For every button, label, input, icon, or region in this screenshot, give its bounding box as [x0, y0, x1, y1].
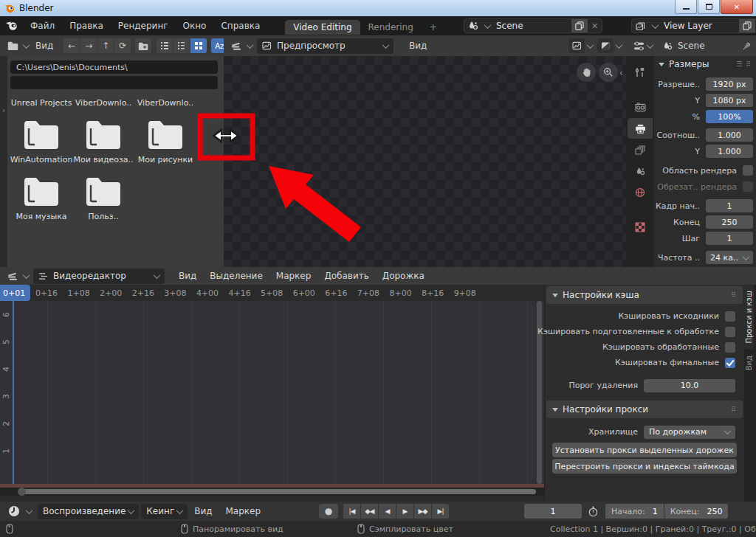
dimensions-panel-header[interactable]: Размеры ☰ ⠿ [654, 56, 756, 72]
maximize-button[interactable] [698, 0, 720, 14]
display-thumbnails-icon[interactable] [190, 38, 207, 53]
current-frame-badge[interactable]: 0+01 [0, 285, 30, 301]
toggle-region-arrow[interactable]: › [0, 56, 7, 267]
display-horizontal-list-icon[interactable] [173, 38, 190, 53]
cache-checkbox[interactable] [725, 327, 735, 337]
nav-button[interactable]: ↑ [97, 38, 114, 53]
tab-output[interactable] [628, 118, 653, 139]
cache-checkbox[interactable] [725, 358, 735, 368]
editor-type-timeline-icon[interactable] [4, 504, 24, 519]
tab-view-layer[interactable] [628, 139, 653, 160]
playback-menu[interactable]: Воспроизведение [38, 504, 139, 519]
display-channels-color-icon[interactable] [568, 38, 585, 53]
editor-type-folder-icon[interactable] [4, 38, 21, 53]
workspace-tab[interactable]: Video Editing [285, 20, 360, 35]
nav-button[interactable]: ← [63, 38, 80, 53]
transport-button[interactable]: |◀ [343, 504, 360, 519]
current-frame-field[interactable]: 1 [524, 504, 582, 519]
create-folder-icon[interactable] [135, 38, 151, 53]
duplicate-scene-icon[interactable] [571, 19, 588, 32]
aspect-y-field[interactable]: 1.000 [706, 145, 753, 158]
menu-item[interactable]: Окно [176, 21, 214, 31]
proxy-action-button[interactable]: Установить прокси выделенных дорожек [552, 443, 737, 457]
menu-item[interactable]: Маркер [269, 271, 318, 281]
unlink-scene-icon[interactable]: ✕ [588, 21, 602, 31]
folder-item[interactable]: WinAutomation [10, 118, 72, 164]
record-button[interactable]: ● [319, 504, 338, 519]
blender-menu-icon[interactable] [6, 21, 18, 31]
keying-menu[interactable]: Кеинг [141, 504, 188, 519]
fps-dropdown[interactable]: 24 ка.. [706, 251, 753, 264]
folder-item[interactable]: Польз.. [72, 175, 134, 221]
menu-item[interactable]: Файл [23, 21, 62, 31]
folder-item-label[interactable]: ViberDownlo.. [72, 98, 134, 108]
tab-world[interactable] [628, 182, 653, 203]
proxy-storage-dropdown[interactable]: По дорожкам [644, 426, 735, 439]
preview-mode-dropdown[interactable]: Предпросмотр [257, 38, 394, 54]
tab-tool[interactable] [628, 62, 653, 83]
editor-type-sequencer-icon[interactable] [228, 38, 244, 53]
scene-selector[interactable]: Scene ✕ [464, 18, 602, 33]
auto-keyframe-stopwatch-icon[interactable] [588, 506, 599, 517]
overlay-toggle-icon[interactable] [597, 38, 614, 53]
nav-button[interactable]: ⟳ [114, 38, 131, 53]
transport-button[interactable]: ◆◀ [361, 504, 378, 519]
tab-scene[interactable] [628, 161, 653, 181]
playhead[interactable] [13, 301, 14, 484]
file-name-input[interactable] [10, 76, 218, 89]
nav-button[interactable]: → [80, 38, 97, 53]
menu-item[interactable]: Выделение [203, 271, 269, 281]
menu-item[interactable]: Вид [188, 506, 219, 516]
horizontal-scrollbar[interactable] [0, 488, 544, 496]
view-layer-selector[interactable]: View Layer ✕ [631, 18, 756, 33]
duplicate-view-layer-icon[interactable] [739, 19, 755, 32]
transport-button[interactable]: ▶| [432, 504, 449, 519]
timeline-ruler[interactable]: 0+01 0+161+082+002+163+084+004+165+086+0… [0, 285, 544, 301]
add-workspace-button[interactable]: + [422, 20, 445, 35]
close-button[interactable]: ✕ [721, 0, 753, 14]
side-panel-tab[interactable]: Вид [744, 350, 754, 376]
display-vertical-list-icon[interactable] [157, 38, 173, 53]
sequencer-editor-dropdown[interactable]: Видеоредактор [33, 268, 165, 284]
pan-hand-icon[interactable] [577, 63, 596, 82]
menu-item[interactable]: Правка [62, 21, 111, 31]
menu-item[interactable]: Вид [172, 271, 203, 281]
menu-item[interactable]: Рендеринг [111, 21, 176, 31]
transport-button[interactable]: ▶◆ [414, 504, 431, 519]
menu-item[interactable]: Справка [213, 21, 267, 31]
render-region-checkbox[interactable] [743, 165, 753, 176]
recycle-threshold-field[interactable]: 10.0 [644, 379, 735, 392]
frame-step-field[interactable]: 1 [706, 232, 753, 245]
folder-item-label[interactable]: ViberDownlo.. [134, 98, 196, 108]
menu-item[interactable]: Дорожка [376, 271, 431, 281]
tab-render[interactable] [628, 97, 653, 117]
folder-item-label[interactable]: Unreal Projects [10, 98, 72, 108]
menu-item[interactable]: Добавить [317, 271, 375, 281]
editor-type-properties-icon[interactable] [633, 41, 645, 51]
file-browser-view-menu[interactable]: Вид [29, 41, 60, 51]
tab-texture[interactable] [628, 217, 653, 238]
folder-item[interactable]: Моя музыка [10, 175, 72, 221]
minimize-button[interactable] [675, 0, 697, 14]
folder-item[interactable]: Мои видеоза.. [72, 118, 134, 164]
workspace-tab[interactable]: Rendering [360, 20, 422, 35]
resolution-y-field[interactable]: 1080 px [706, 94, 753, 107]
proxy-panel-header[interactable]: Настройки прокси ⠿ [546, 401, 743, 418]
preview-canvas[interactable] [224, 56, 626, 267]
zoom-icon[interactable] [599, 63, 618, 82]
folder-item[interactable]: Мои рисунки [134, 118, 196, 164]
frame-start-field[interactable]: 1 [706, 199, 753, 212]
side-panel-tab[interactable]: Прокси и кэш [744, 285, 754, 350]
transport-button[interactable]: ◀ [379, 504, 396, 519]
editor-type-sequencer-icon[interactable] [4, 268, 21, 283]
directory-path-input[interactable]: C:\Users\Denis\Documents\ [10, 60, 218, 74]
pin-icon[interactable] [742, 41, 752, 51]
collapse-toolbar-arrow[interactable]: ‹ [619, 68, 623, 78]
crop-region-checkbox[interactable] [743, 181, 753, 192]
start-frame-field[interactable]: Начало:1 [605, 504, 664, 519]
aspect-x-field[interactable]: 1.000 [706, 128, 753, 142]
sequencer-track-area[interactable]: 654321 [0, 301, 544, 484]
menu-item[interactable]: Маркер [219, 506, 268, 516]
end-frame-field[interactable]: Конец:250 [664, 504, 729, 519]
presets-icon[interactable]: ☰ [736, 60, 743, 68]
